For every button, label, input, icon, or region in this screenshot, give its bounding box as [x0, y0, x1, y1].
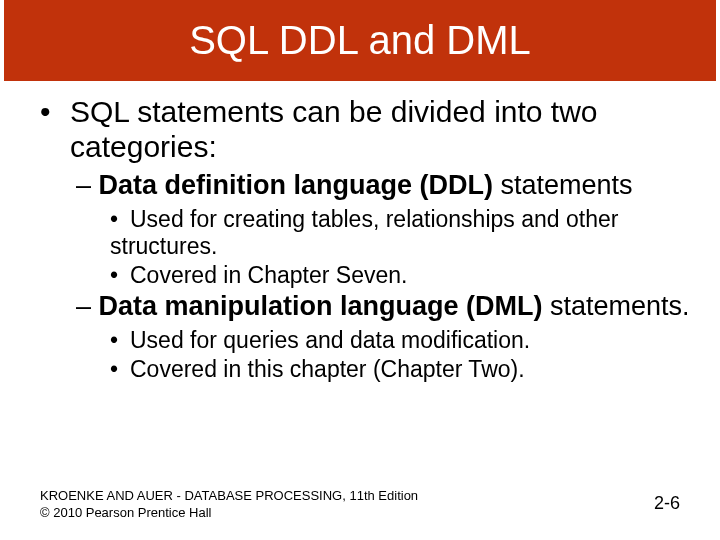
slide-title: SQL DDL and DML	[4, 0, 716, 81]
bullet-icon: •	[40, 95, 70, 164]
bullet-icon: •	[110, 206, 130, 233]
ddl-sub-0: •Used for creating tables, relationships…	[110, 206, 690, 260]
subitem-dml: – Data manipulation language (DML) state…	[76, 291, 690, 323]
dml-label-rest: statements.	[543, 291, 690, 321]
dash-icon: –	[76, 170, 99, 200]
dml-label-bold: Data manipulation language (DML)	[99, 291, 543, 321]
subitem-ddl: – Data definition language (DDL) stateme…	[76, 170, 690, 202]
intro-bullet: • SQL statements can be divided into two…	[40, 95, 690, 164]
slide-body: • SQL statements can be divided into two…	[0, 81, 720, 383]
slide: SQL DDL and DML • SQL statements can be …	[0, 0, 720, 540]
bullet-icon: •	[110, 327, 130, 354]
dml-sub-1-text: Covered in this chapter (Chapter Two).	[130, 356, 525, 382]
page-number: 2-6	[654, 493, 680, 514]
intro-text: SQL statements can be divided into two c…	[70, 95, 690, 164]
footer: KROENKE AND AUER - DATABASE PROCESSING, …	[40, 488, 418, 522]
ddl-label-bold: Data definition language (DDL)	[99, 170, 494, 200]
bullet-icon: •	[110, 262, 130, 289]
dml-sub-0: •Used for queries and data modification.	[110, 327, 690, 354]
footer-line-1: KROENKE AND AUER - DATABASE PROCESSING, …	[40, 488, 418, 505]
ddl-label-rest: statements	[493, 170, 633, 200]
ddl-sub-1-text: Covered in Chapter Seven.	[130, 262, 407, 288]
bullet-icon: •	[110, 356, 130, 383]
ddl-sub-0-text: Used for creating tables, relationships …	[110, 206, 618, 259]
ddl-sub-1: •Covered in Chapter Seven.	[110, 262, 690, 289]
dml-sub-1: •Covered in this chapter (Chapter Two).	[110, 356, 690, 383]
dash-icon: –	[76, 291, 99, 321]
footer-line-2: © 2010 Pearson Prentice Hall	[40, 505, 418, 522]
dml-sub-0-text: Used for queries and data modification.	[130, 327, 530, 353]
